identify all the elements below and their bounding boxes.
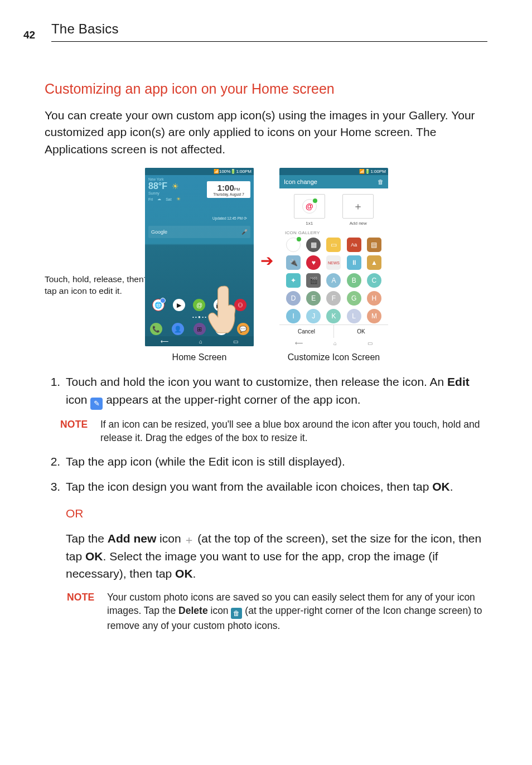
edit-word: Edit — [447, 375, 470, 388]
recent-icon[interactable]: ▭ — [233, 338, 238, 345]
back-icon[interactable]: ⟵ — [295, 340, 303, 346]
gallery-item[interactable]: ▦ — [306, 238, 321, 252]
edit-badge-icon[interactable] — [160, 298, 166, 303]
home-icon[interactable]: ⌂ — [333, 340, 337, 346]
customize-icon-phone: 📶 🔋 1:00PM Icon change 🗑 @ 1x1 ＋ Add new — [279, 168, 388, 363]
green-dot-icon — [313, 198, 317, 203]
or-label: OR — [66, 505, 487, 522]
clock-time: 1:00 — [217, 183, 234, 192]
gallery-item[interactable]: C — [367, 273, 381, 288]
gallery-item[interactable]: NEWS — [326, 255, 341, 270]
ok-word: OK — [432, 480, 450, 493]
app-icon[interactable]: @ — [193, 299, 205, 311]
size-slot[interactable]: @ 1x1 — [290, 194, 329, 226]
back-icon[interactable]: ⟵ — [161, 338, 168, 345]
figure-annotation: Touch, hold, release, then tap an icon t… — [45, 274, 145, 297]
at-icon: @ — [302, 199, 317, 214]
gallery-item[interactable]: G — [347, 291, 361, 306]
battery-pct: 100% — [219, 169, 230, 174]
gallery-item[interactable]: ▭ — [326, 238, 341, 252]
gallery-item[interactable]: ✦ — [286, 273, 301, 288]
gallery-item[interactable]: ▤ — [367, 238, 381, 252]
step-3-alt: Tap the Add new icon ＋ (at the top of th… — [66, 530, 487, 583]
plus-icon: ＋ — [184, 535, 194, 545]
home-screen-phone: 📶 100% 🔋 1:00PM New York 88°F ☀ Sunny 1:… — [145, 168, 254, 363]
contacts-icon[interactable]: 👤 — [172, 323, 184, 335]
gallery-item[interactable]: M — [367, 309, 381, 323]
step-3: Tap the icon design you want from the av… — [64, 478, 487, 583]
finger-illustration — [206, 283, 246, 336]
ok-word: OK — [175, 567, 193, 580]
note-1: NOTE If an icon can be resized, you'll s… — [60, 418, 487, 445]
nav-bar: ⟵ ⌂ ▭ — [279, 338, 388, 346]
size-label: 1x1 — [290, 221, 329, 226]
signal-icon: 📶 — [214, 169, 219, 174]
gallery-item[interactable]: E — [306, 291, 321, 306]
status-bar: 📶 100% 🔋 1:00PM — [145, 168, 254, 175]
page-number: 42 — [23, 29, 35, 41]
cloud-icon: ☁ — [157, 197, 161, 201]
apps-icon[interactable]: ⊞ — [194, 323, 206, 335]
google-search-bar[interactable]: Google 🎤 — [148, 226, 250, 238]
weather-temp: 88°F — [148, 181, 167, 191]
delete-word: Delete — [178, 605, 208, 616]
gallery-item[interactable]: K — [326, 309, 341, 323]
nav-bar: ⟵ ⌂ ▭ — [145, 336, 254, 346]
gallery-item[interactable]: B — [347, 273, 361, 288]
add-new-label: Add new — [338, 221, 378, 226]
ok-button[interactable]: OK — [334, 325, 388, 338]
icon-change-titlebar: Icon change 🗑 — [279, 175, 388, 188]
header-title: The Basics — [51, 21, 487, 42]
gallery-item[interactable]: D — [286, 291, 301, 306]
ok-word: OK — [85, 550, 103, 563]
edit-icon: ✎ — [90, 398, 103, 410]
gallery-item[interactable]: @ — [286, 238, 301, 252]
gallery-item[interactable]: 🔌 — [286, 255, 301, 270]
recent-icon[interactable]: ▭ — [367, 340, 373, 346]
gallery-item[interactable]: J — [306, 309, 321, 323]
search-placeholder: Google — [151, 229, 167, 235]
step-2: Tap the app icon (while the Edit icon is… — [64, 453, 487, 471]
titlebar-text: Icon change — [284, 178, 317, 185]
delete-icon: 🗑 — [231, 608, 242, 619]
gallery-item[interactable]: L — [347, 309, 361, 323]
gallery-item[interactable]: ▲ — [367, 255, 381, 270]
gallery-item[interactable]: H — [367, 291, 381, 306]
left-phone-caption: Home Screen — [172, 352, 227, 363]
gallery-item[interactable]: Aa — [347, 238, 361, 252]
weather-updated: Updated 12:45 PM ⟳ — [148, 216, 250, 221]
gallery-item[interactable]: F — [326, 291, 341, 306]
delete-icon[interactable]: 🗑 — [378, 178, 384, 185]
app-icon[interactable]: 🌐 — [152, 299, 165, 311]
intro-paragraph: You can create your own custom app icon(… — [45, 107, 487, 158]
note-label: NOTE — [67, 590, 107, 633]
weather-city: New York — [148, 177, 250, 181]
cancel-button[interactable]: Cancel — [279, 325, 334, 338]
gallery-item[interactable]: I — [286, 309, 301, 323]
sun-icon: ☀ — [172, 182, 179, 191]
battery-icon: 🔋 — [365, 169, 370, 174]
forecast-day1: Fri — [148, 197, 153, 201]
note-2: NOTE Your custom photo icons are saved s… — [67, 590, 487, 633]
app-icon[interactable]: ▶ — [173, 299, 185, 311]
gallery-item[interactable]: A — [326, 273, 341, 288]
note-label: NOTE — [60, 418, 100, 445]
steps-list-2: Tap the app icon (while the Edit icon is… — [45, 453, 487, 583]
figure-row: Touch, hold, release, then tap an icon t… — [45, 168, 487, 363]
phone-icon[interactable]: 📞 — [150, 323, 162, 335]
add-new-slot[interactable]: ＋ Add new — [338, 194, 378, 226]
mic-icon[interactable]: 🎤 — [241, 229, 248, 235]
status-time: 1:00PM — [236, 169, 252, 174]
icon-gallery: @ ▦ ▭ Aa ▤ 🔌 ♥ NEWS ⏸ ▲ ✦ 🎬 A B C D E — [279, 236, 388, 325]
home-icon[interactable]: ⌂ — [199, 338, 202, 345]
gallery-item[interactable]: ⏸ — [347, 255, 361, 270]
clock-date: Thursday, August 7 — [210, 192, 247, 196]
gallery-item[interactable]: 🎬 — [306, 273, 321, 288]
add-new-word: Add new — [108, 532, 157, 545]
note-1-text: If an icon can be resized, you'll see a … — [100, 418, 487, 445]
forecast-day2: Sat — [166, 197, 172, 201]
gallery-item[interactable]: ♥ — [306, 255, 321, 270]
weather-widget: New York 88°F ☀ Sunny 1:00PM Thursday, A… — [145, 175, 254, 223]
gallery-header: ICON GALLERY — [285, 230, 383, 235]
dialog-buttons: Cancel OK — [279, 325, 388, 338]
